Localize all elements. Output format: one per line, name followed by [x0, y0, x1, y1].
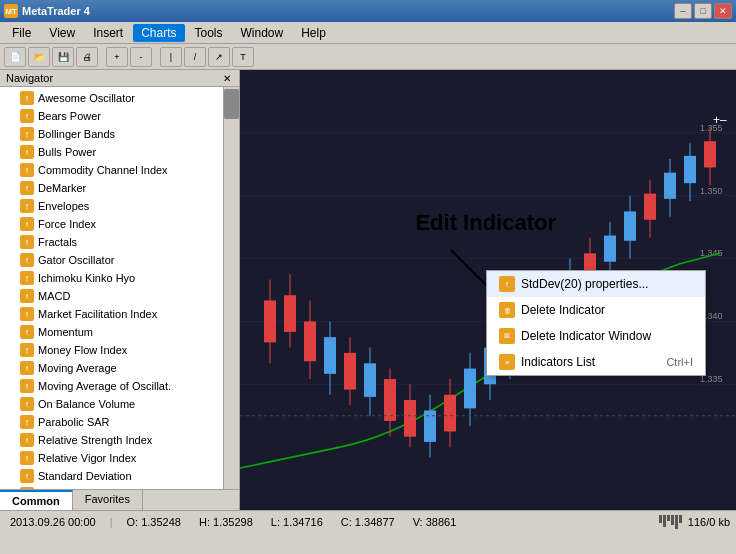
nav-item-gator-oscillator[interactable]: f Gator Oscillator — [0, 251, 223, 269]
svg-rect-26 — [404, 400, 416, 437]
context-menu-stddev-properties[interactable]: f StdDev(20) properties... — [487, 271, 705, 297]
menu-view[interactable]: View — [41, 24, 83, 42]
menu-insert[interactable]: Insert — [85, 24, 131, 42]
title-bar: MT MetaTrader 4 – □ ✕ — [0, 0, 736, 22]
status-open: O: 1.35248 — [123, 516, 185, 528]
nav-item-on-balance-volume[interactable]: f On Balance Volume — [0, 395, 223, 413]
chart-area[interactable]: 1.355 1.350 1.345 1.340 1.335 — [240, 70, 736, 510]
svg-rect-50 — [644, 194, 656, 220]
nav-item-envelopes[interactable]: f Envelopes — [0, 197, 223, 215]
nav-item-std-dev[interactable]: f Standard Deviation — [0, 467, 223, 485]
indicator-icon: f — [20, 91, 34, 105]
nav-item-demarker[interactable]: f DeMarker — [0, 179, 223, 197]
nav-item-label: Bulls Power — [38, 146, 96, 158]
tool-line[interactable]: / — [184, 47, 206, 67]
menu-window[interactable]: Window — [233, 24, 292, 42]
maximize-button[interactable]: □ — [694, 3, 712, 19]
svg-rect-16 — [304, 321, 316, 361]
navigator-close-btn[interactable]: ✕ — [221, 73, 233, 84]
tab-common[interactable]: Common — [0, 490, 73, 510]
nav-item-awesome-oscillator[interactable]: f Awesome Oscillator — [0, 89, 223, 107]
svg-rect-46 — [604, 236, 616, 262]
navigator-panel: Navigator ✕ f Awesome Oscillator f Bears… — [0, 70, 240, 510]
status-right: 116/0 kb — [659, 515, 730, 529]
toolbar: 📄 📂 💾 🖨 + - | / ↗ T — [0, 44, 736, 70]
menu-tools[interactable]: Tools — [187, 24, 231, 42]
tool-bar[interactable]: | — [160, 47, 182, 67]
close-button[interactable]: ✕ — [714, 3, 732, 19]
nav-item-macd[interactable]: f MACD — [0, 287, 223, 305]
nav-item-label: Market Facilitation Index — [38, 308, 157, 320]
bar1 — [659, 515, 662, 523]
nav-item-rvi[interactable]: f Relative Vigor Index — [0, 449, 223, 467]
nav-item-bulls-power[interactable]: f Bulls Power — [0, 143, 223, 161]
indicator-icon: f — [20, 289, 34, 303]
nav-item-rsi[interactable]: f Relative Strength Index — [0, 431, 223, 449]
context-menu-item-icon: 🗑 — [499, 302, 515, 318]
svg-rect-52 — [664, 173, 676, 199]
navigator-scrollbar[interactable] — [223, 87, 239, 489]
svg-rect-22 — [364, 363, 376, 397]
svg-rect-18 — [324, 337, 336, 374]
nav-item-moving-average[interactable]: f Moving Average — [0, 359, 223, 377]
nav-item-market-facilitation[interactable]: f Market Facilitation Index — [0, 305, 223, 323]
context-menu-item-label: Indicators List — [521, 355, 595, 369]
tool-save[interactable]: 💾 — [52, 47, 74, 67]
nav-item-bollinger-bands[interactable]: f Bollinger Bands — [0, 125, 223, 143]
svg-rect-30 — [444, 395, 456, 432]
nav-item-label: Momentum — [38, 326, 93, 338]
nav-item-money-flow[interactable]: f Money Flow Index — [0, 341, 223, 359]
menu-bar: File View Insert Charts Tools Window Hel… — [0, 22, 736, 44]
app-icon: MT — [4, 4, 18, 18]
nav-item-commodity-channel-index[interactable]: f Commodity Channel Index — [0, 161, 223, 179]
tool-text[interactable]: T — [232, 47, 254, 67]
menu-charts[interactable]: Charts — [133, 24, 184, 42]
context-menu-item-label: StdDev(20) properties... — [521, 277, 648, 291]
context-menu-delete-window[interactable]: ⊠ Delete Indicator Window — [487, 323, 705, 349]
tool-sep1 — [100, 47, 104, 67]
tool-open[interactable]: 📂 — [28, 47, 50, 67]
nav-item-parabolic-sar[interactable]: f Parabolic SAR — [0, 413, 223, 431]
nav-item-label: Standard Deviation — [38, 470, 132, 482]
nav-item-force-index[interactable]: f Force Index — [0, 215, 223, 233]
menu-file[interactable]: File — [4, 24, 39, 42]
svg-rect-14 — [284, 295, 296, 332]
indicator-icon: f — [20, 253, 34, 267]
app-title: MetaTrader 4 — [22, 5, 90, 17]
minimize-button[interactable]: – — [674, 3, 692, 19]
indicator-icon: f — [20, 217, 34, 231]
nav-item-fractals[interactable]: f Fractals — [0, 233, 223, 251]
svg-text:1.350: 1.350 — [700, 185, 722, 195]
context-menu-indicators-list[interactable]: ≡ Indicators List Ctrl+I — [487, 349, 705, 375]
svg-rect-32 — [464, 369, 476, 409]
bar3 — [667, 515, 670, 521]
nav-item-label: Parabolic SAR — [38, 416, 110, 428]
title-bar-controls: – □ ✕ — [674, 3, 732, 19]
indicator-icon: f — [20, 199, 34, 213]
status-datetime: 2013.09.26 00:00 — [6, 516, 100, 528]
indicator-icon: f — [20, 415, 34, 429]
nav-item-label: On Balance Volume — [38, 398, 135, 410]
indicator-icon: f — [20, 307, 34, 321]
chart-icon-bar — [659, 515, 682, 529]
nav-item-moving-average-oscillator[interactable]: f Moving Average of Oscillat. — [0, 377, 223, 395]
nav-item-label: Commodity Channel Index — [38, 164, 168, 176]
nav-item-momentum[interactable]: f Momentum — [0, 323, 223, 341]
nav-item-label: Moving Average — [38, 362, 117, 374]
tool-zin[interactable]: + — [106, 47, 128, 67]
menu-help[interactable]: Help — [293, 24, 334, 42]
status-high: H: 1.35298 — [195, 516, 257, 528]
tool-new[interactable]: 📄 — [4, 47, 26, 67]
tool-zout[interactable]: - — [130, 47, 152, 67]
nav-item-ichimoku[interactable]: f Ichimoku Kinko Hyo — [0, 269, 223, 287]
indicator-icon: f — [20, 145, 34, 159]
nav-item-bears-power[interactable]: f Bears Power — [0, 107, 223, 125]
tool-print[interactable]: 🖨 — [76, 47, 98, 67]
tab-favorites[interactable]: Favorites — [73, 490, 143, 510]
navigator-title: Navigator — [6, 72, 53, 84]
tool-arrow[interactable]: ↗ — [208, 47, 230, 67]
context-menu-item-icon: ⊠ — [499, 328, 515, 344]
context-menu-delete-indicator[interactable]: 🗑 Delete Indicator — [487, 297, 705, 323]
bar6 — [679, 515, 682, 523]
indicator-icon: f — [20, 127, 34, 141]
